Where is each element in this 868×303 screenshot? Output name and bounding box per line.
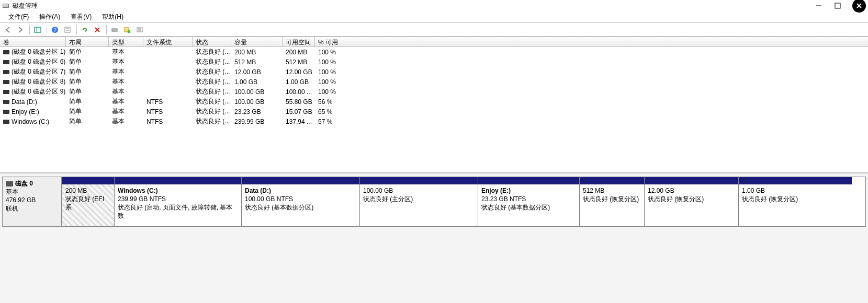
partition[interactable]: 12.00 GB状态良好 (恢复分区): [645, 177, 739, 226]
table-cell: 12.00 GB: [283, 68, 315, 76]
table-cell: (磁盘 0 磁盘分区 6): [0, 57, 66, 67]
svg-rect-1: [3, 4, 8, 7]
table-cell: NTFS: [143, 108, 193, 116]
col-capacity[interactable]: 容量: [231, 37, 283, 46]
table-cell: (磁盘 0 磁盘分区 9): [0, 87, 66, 97]
table-cell: 简单: [66, 57, 109, 67]
table-cell: 1.00 GB: [283, 78, 315, 86]
col-status[interactable]: 状态: [193, 37, 231, 46]
col-fs[interactable]: 文件系统: [143, 37, 193, 46]
partition[interactable]: Data (D:)100.00 GB NTFS状态良好 (基本数据分区): [242, 177, 360, 226]
volume-table-header: 卷 布局 类型 文件系统 状态 容量 可用空间 % 可用: [0, 37, 868, 47]
volume-list-pane: 卷 布局 类型 文件系统 状态 容量 可用空间 % 可用 (磁盘 0 磁盘分区 …: [0, 37, 868, 172]
col-type[interactable]: 类型: [109, 37, 143, 46]
table-cell: 100 %: [315, 88, 359, 96]
table-row[interactable]: (磁盘 0 磁盘分区 9)简单基本状态良好 (...100.00 GB100.0…: [0, 87, 868, 97]
table-cell: 100 %: [315, 48, 359, 56]
table-cell: [143, 91, 193, 92]
toolbar-separator: [29, 25, 30, 34]
partition[interactable]: Enjoy (E:)23.23 GB NTFS状态良好 (基本数据分区): [478, 177, 580, 226]
table-cell: 基本: [109, 77, 143, 87]
help-button[interactable]: ?: [49, 24, 61, 36]
table-cell: (磁盘 0 磁盘分区 1): [0, 47, 66, 57]
toolbar-separator: [106, 25, 107, 34]
menu-view[interactable]: 查看(V): [65, 11, 97, 22]
menu-help[interactable]: 帮助(H): [97, 11, 129, 22]
col-pctfree[interactable]: % 可用: [315, 37, 868, 46]
disk-management-app-icon: [2, 2, 9, 9]
table-cell: Data (D:): [0, 98, 66, 106]
partition-stripe: [478, 177, 579, 184]
show-hide-console-tree-button[interactable]: [32, 24, 43, 36]
disk-size: 476.92 GB: [6, 196, 36, 204]
partition-body: 100.00 GB状态良好 (主分区): [360, 184, 478, 226]
menu-action[interactable]: 操作(A): [34, 11, 65, 22]
table-cell: 状态良好 (...: [193, 57, 231, 67]
table-cell: 57 %: [315, 118, 359, 126]
col-volume[interactable]: 卷: [0, 37, 66, 46]
rescan-disks-button[interactable]: [109, 24, 120, 36]
table-row[interactable]: Data (D:)简单基本NTFS状态良好 (...100.00 GB55.80…: [0, 97, 868, 107]
attach-vhd-button[interactable]: [134, 24, 145, 36]
partition-body: Data (D:)100.00 GB NTFS状态良好 (基本数据分区): [242, 184, 359, 226]
col-layout[interactable]: 布局: [66, 37, 109, 46]
table-row[interactable]: (磁盘 0 磁盘分区 1)简单基本状态良好 (...200 MB200 MB10…: [0, 47, 868, 57]
properties-button[interactable]: [62, 24, 73, 36]
table-cell: 基本: [109, 67, 143, 77]
table-cell: 基本: [109, 97, 143, 107]
volume-icon: [3, 70, 9, 74]
delete-button[interactable]: [92, 24, 103, 36]
table-cell: Enjoy (E:): [0, 108, 66, 116]
partition[interactable]: Windows (C:)239.99 GB NTFS状态良好 (启动, 页面文件…: [115, 177, 242, 226]
table-cell: 12.00 GB: [231, 68, 283, 76]
close-button[interactable]: [852, 0, 866, 13]
table-cell: 简单: [66, 107, 109, 116]
table-cell: 状态良好 (...: [193, 107, 231, 116]
table-cell: 简单: [66, 116, 109, 126]
table-cell: 简单: [66, 87, 109, 97]
table-row[interactable]: (磁盘 0 磁盘分区 7)简单基本状态良好 (...12.00 GB12.00 …: [0, 67, 868, 77]
svg-rect-6: [35, 27, 41, 32]
partition-status: 状态良好 (恢复分区): [742, 195, 849, 203]
partition-body: 12.00 GB状态良好 (恢复分区): [645, 184, 738, 226]
svg-rect-10: [65, 27, 70, 32]
toolbar-separator: [47, 25, 47, 34]
col-free[interactable]: 可用空间: [283, 37, 315, 46]
table-cell: [143, 72, 193, 73]
minimize-button[interactable]: [810, 1, 827, 11]
maximize-button[interactable]: [829, 1, 846, 11]
table-cell: 100 %: [315, 58, 359, 66]
table-row[interactable]: Windows (C:)简单基本NTFS状态良好 (...239.99 GB13…: [0, 116, 868, 126]
table-cell: 简单: [66, 77, 109, 87]
table-cell: 55.80 GB: [283, 98, 315, 106]
table-cell: 简单: [66, 47, 109, 57]
partition-stripe: [62, 177, 114, 184]
new-volume-button[interactable]: [121, 24, 133, 36]
disk-label[interactable]: 磁盘 0 基本 476.92 GB 联机: [2, 177, 62, 227]
nav-back-button[interactable]: [2, 24, 14, 36]
partition-body: 512 MB状态良好 (恢复分区): [580, 184, 644, 226]
table-row[interactable]: Enjoy (E:)简单基本NTFS状态良好 (...23.23 GB15.07…: [0, 107, 868, 116]
table-row[interactable]: (磁盘 0 磁盘分区 6)简单基本状态良好 (...512 MB512 MB10…: [0, 57, 868, 67]
table-cell: 状态良好 (...: [193, 87, 231, 97]
partition[interactable]: 512 MB状态良好 (恢复分区): [580, 177, 645, 226]
partition-size: 12.00 GB: [648, 187, 735, 195]
table-cell: 56 %: [315, 98, 359, 106]
table-cell: 简单: [66, 67, 109, 77]
menu-file[interactable]: 文件(F): [3, 11, 34, 22]
table-cell: 512 MB: [231, 58, 283, 66]
table-row[interactable]: (磁盘 0 磁盘分区 8)简单基本状态良好 (...1.00 GB1.00 GB…: [0, 77, 868, 87]
table-cell: 137.94 ...: [283, 118, 315, 126]
volume-icon: [3, 100, 9, 104]
partition-stripe: [739, 177, 852, 184]
table-cell: 基本: [109, 47, 143, 57]
partition-stripe: [645, 177, 738, 184]
partition[interactable]: 200 MB状态良好 (EFI 系: [62, 177, 115, 226]
partition[interactable]: 1.00 GB状态良好 (恢复分区): [739, 177, 852, 226]
nav-forward-button[interactable]: [15, 24, 26, 36]
partition[interactable]: 100.00 GB状态良好 (主分区): [360, 177, 478, 226]
svg-rect-15: [112, 29, 117, 31]
table-cell: [143, 81, 193, 83]
refresh-button[interactable]: [79, 24, 91, 36]
table-cell: 100 %: [315, 78, 359, 86]
